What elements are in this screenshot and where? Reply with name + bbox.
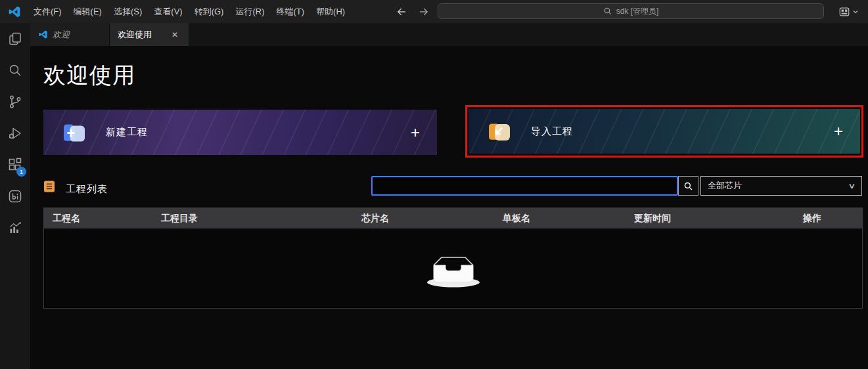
command-center-text: sdk [管理员] bbox=[616, 6, 659, 17]
menu-bar: 文件(F) 编辑(E) 选择(S) 查看(V) 转到(G) 运行(R) 终端(T… bbox=[28, 0, 351, 23]
vscode-logo-icon bbox=[38, 30, 48, 39]
customize-layout-button[interactable] bbox=[838, 0, 859, 23]
activity-hi-ide-button[interactable] bbox=[0, 181, 30, 212]
tab-welcome[interactable]: 欢迎 bbox=[30, 23, 110, 46]
project-table-header: 工程名 工程目录 芯片名 单板名 更新时间 操作 bbox=[43, 207, 863, 228]
card-label: 导入工程 bbox=[531, 125, 573, 138]
plus-icon[interactable]: + bbox=[411, 125, 420, 141]
import-folder-icon bbox=[486, 119, 513, 143]
project-search-input[interactable] bbox=[371, 176, 678, 196]
bar-chart-icon bbox=[7, 220, 23, 236]
search-icon bbox=[7, 62, 23, 78]
col-board-name: 单板名 bbox=[503, 207, 530, 228]
tab-label: 欢迎使用 bbox=[118, 29, 152, 41]
chip-filter-select[interactable]: 全部芯片 ∨ bbox=[700, 176, 862, 196]
extensions-badge: 1 bbox=[16, 167, 26, 177]
search-icon bbox=[683, 181, 693, 191]
command-center-search[interactable]: sdk [管理员] bbox=[438, 3, 824, 19]
menu-run[interactable]: 运行(R) bbox=[229, 0, 270, 23]
vscode-logo-icon bbox=[8, 5, 21, 18]
col-actions: 操作 bbox=[803, 207, 821, 228]
project-list-icon bbox=[43, 180, 55, 193]
activity-bar: 1 bbox=[0, 23, 30, 369]
title-bar: 文件(F) 编辑(E) 选择(S) 查看(V) 转到(G) 运行(R) 终端(T… bbox=[0, 0, 868, 23]
chevron-down-icon: ∨ bbox=[848, 181, 856, 190]
menu-terminal[interactable]: 终端(T) bbox=[270, 0, 310, 23]
git-branch-icon bbox=[7, 94, 23, 110]
project-list-label: 工程列表 bbox=[66, 179, 108, 199]
search-button[interactable] bbox=[678, 176, 698, 196]
page-title: 欢迎使用 bbox=[43, 60, 135, 91]
card-label: 新建工程 bbox=[106, 126, 148, 139]
tab-welcome-use[interactable]: 欢迎使用 ✕ bbox=[110, 23, 189, 46]
tab-label: 欢迎 bbox=[53, 29, 70, 41]
col-project-dir: 工程目录 bbox=[161, 207, 198, 228]
col-update-time: 更新时间 bbox=[634, 207, 671, 228]
hi-ide-icon bbox=[7, 188, 23, 204]
activity-search-button[interactable] bbox=[0, 54, 30, 86]
chevron-down-icon bbox=[852, 9, 859, 15]
new-folder-icon bbox=[61, 121, 87, 144]
col-chip-name: 芯片名 bbox=[361, 207, 389, 228]
activity-extensions-button[interactable]: 1 bbox=[0, 149, 30, 181]
forward-arrow-icon[interactable] bbox=[418, 6, 430, 18]
activity-run-debug-button[interactable] bbox=[0, 118, 30, 149]
activity-source-control-button[interactable] bbox=[0, 86, 30, 118]
col-project-name: 工程名 bbox=[53, 207, 80, 228]
annotation-highlight: 导入工程 + bbox=[465, 105, 863, 158]
menu-help[interactable]: 帮助(H) bbox=[310, 0, 351, 23]
close-icon[interactable]: ✕ bbox=[169, 29, 181, 41]
menu-goto[interactable]: 转到(G) bbox=[189, 0, 230, 23]
files-icon bbox=[7, 31, 23, 47]
activity-explorer-button[interactable] bbox=[0, 23, 30, 54]
empty-box-icon bbox=[423, 246, 484, 292]
search-icon bbox=[603, 7, 612, 16]
back-arrow-icon[interactable] bbox=[396, 6, 407, 18]
menu-selection[interactable]: 选择(S) bbox=[108, 0, 148, 23]
editor-tab-bar: 欢迎 欢迎使用 ✕ bbox=[30, 23, 868, 46]
welcome-page: 欢迎使用 新建工程 + 导入工程 + 工程列表 全部芯片 ∨ 工程名 工程 bbox=[30, 46, 868, 369]
run-debug-icon bbox=[7, 125, 23, 141]
new-project-card[interactable]: 新建工程 + bbox=[43, 110, 437, 155]
activity-analysis-button[interactable] bbox=[0, 212, 30, 244]
layout-grid-icon bbox=[838, 6, 850, 18]
menu-view[interactable]: 查看(V) bbox=[148, 0, 188, 23]
history-navigation bbox=[396, 0, 430, 23]
import-project-card[interactable]: 导入工程 + bbox=[468, 109, 860, 154]
menu-edit[interactable]: 编辑(E) bbox=[68, 0, 108, 23]
menu-file[interactable]: 文件(F) bbox=[28, 0, 68, 23]
project-table-body bbox=[43, 228, 863, 309]
chip-filter-value: 全部芯片 bbox=[708, 180, 742, 192]
plus-icon[interactable]: + bbox=[834, 123, 843, 139]
